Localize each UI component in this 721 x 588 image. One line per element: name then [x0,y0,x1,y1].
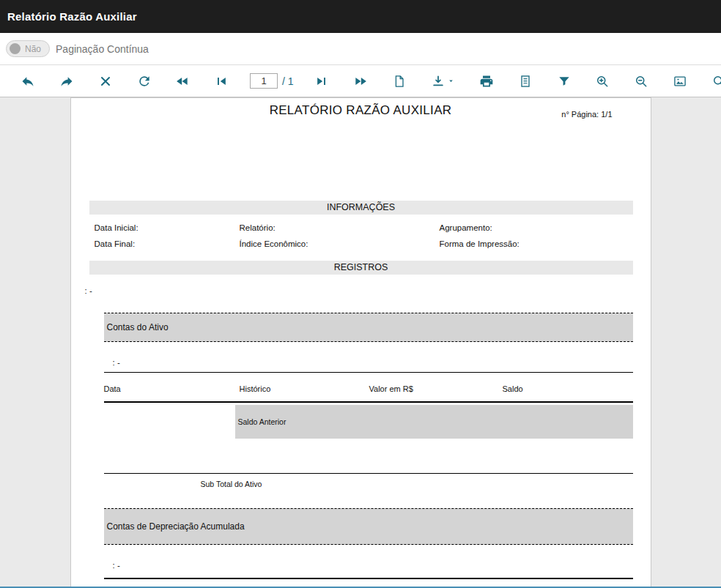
fast-rewind-icon [175,74,190,89]
fit-to-screen-button[interactable] [670,71,690,92]
divider [104,372,633,373]
report-page: RELATÓRIO RAZÃO AUXILIAR n° Página: 1/1 … [70,97,651,588]
field-forma-impressao: Forma de Impressão: [440,239,520,248]
first-page-button[interactable] [211,71,232,92]
fast-forward-icon [353,74,368,89]
export-document-icon [518,74,533,89]
report-toolbar: / 1 [0,65,721,97]
page-total: / 1 [282,75,294,87]
divider [104,473,633,474]
column-header-historico: Histórico [240,384,271,393]
first-page-icon [214,74,229,89]
zoom-out-button[interactable] [631,71,651,92]
group-contas-depreciacao: Contas de Depreciação Acumulada [104,508,633,545]
zoom-in-button[interactable] [592,71,613,92]
window-titlebar: Relatório Razão Auxiliar [0,0,721,33]
export-document-button[interactable] [515,71,536,92]
filter-icon [557,74,572,89]
table-header-divider [104,401,633,403]
zoom-out-icon [634,74,648,89]
download-button[interactable] [428,71,458,92]
section-header-informacoes: INFORMAÇÕES [89,201,633,215]
saldo-anterior-cell: Saldo Anterior [235,405,633,439]
refresh-button[interactable] [134,71,155,92]
print-icon [479,74,494,89]
download-icon [431,74,445,89]
group1-placeholder: : - [113,358,120,367]
placeholder-value: : - [85,286,92,295]
column-header-data: Data [104,384,121,393]
report-viewer: RELATÓRIO RAZÃO AUXILIAR n° Página: 1/1 … [0,97,721,588]
field-data-inicial: Data Inicial: [95,223,138,232]
last-page-button[interactable] [311,71,332,92]
close-icon [98,74,113,89]
new-page-icon [392,74,407,89]
toggle-value: Não [25,44,41,54]
search-button[interactable] [709,71,721,92]
section-header-registros: REGISTROS [89,261,633,275]
print-button[interactable] [476,71,497,92]
continuous-pagination-label: Paginação Contínua [56,43,149,55]
fit-to-screen-icon [673,74,687,89]
page-input[interactable] [250,73,278,89]
divider [104,578,633,579]
window-title: Relatório Razão Auxiliar [7,10,137,23]
group-contas-do-ativo: Contas do Ativo [104,313,633,342]
fast-forward-button[interactable] [350,71,371,92]
field-relatorio: Relatório: [240,223,276,232]
toggle-knob-icon [10,43,21,54]
subtotal-label: Sub Total do Ativo [201,480,262,488]
field-indice-economico: Índice Econômico: [240,239,308,248]
field-data-final: Data Final: [95,239,136,248]
last-page-icon [314,74,329,89]
filter-button[interactable] [554,71,574,92]
group2-placeholder: : - [113,561,120,570]
column-header-valor: Valor em R$ [369,384,413,393]
redo-button[interactable] [56,71,77,92]
redo-icon [59,74,74,89]
undo-icon [21,74,35,89]
continuous-pagination-toggle[interactable]: Não [6,40,50,57]
zoom-in-icon [595,74,610,89]
undo-button[interactable] [18,71,38,92]
fast-rewind-button[interactable] [172,71,193,92]
field-agrupamento: Agrupamento: [440,223,492,232]
page-indicator: n° Página: 1/1 [561,110,612,119]
search-icon [711,74,721,89]
close-button[interactable] [95,71,116,92]
refresh-icon [137,74,152,89]
caret-down-icon [447,77,455,85]
page-navigator: / 1 [250,73,294,89]
options-bar: Não Paginação Contínua [0,33,721,65]
new-page-button[interactable] [389,71,410,92]
column-header-saldo: Saldo [503,384,523,393]
